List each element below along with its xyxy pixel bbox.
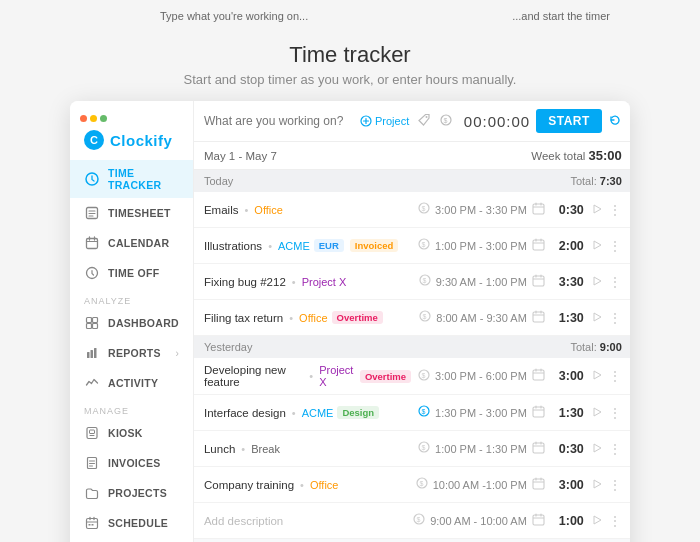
svg-rect-45 — [533, 407, 544, 417]
timer-input[interactable] — [204, 114, 354, 128]
annotation-top-right: ...and start the timer — [512, 10, 610, 22]
entry-time-range: 8:00 AM - 9:30 AM — [436, 312, 527, 324]
entry-project[interactable]: ACME — [278, 240, 310, 252]
calendar-entry-icon[interactable] — [532, 202, 545, 218]
billable-icon[interactable]: $ — [419, 310, 431, 325]
play-icon[interactable] — [591, 202, 603, 218]
svg-marker-50 — [594, 444, 601, 452]
play-icon[interactable] — [591, 441, 603, 457]
entry-desc[interactable]: Lunch — [204, 443, 235, 455]
entry-duration: 1:30 — [550, 311, 584, 325]
play-icon[interactable] — [591, 477, 603, 493]
sidebar-item-schedule[interactable]: SCHEDULE — [70, 508, 193, 538]
play-icon[interactable] — [591, 513, 603, 529]
entry-project[interactable]: Office — [310, 479, 339, 491]
sidebar-label-kiosk: KIOSK — [108, 427, 143, 439]
svg-rect-5 — [93, 318, 98, 323]
entry-time-range: 1:30 PM - 3:00 PM — [435, 407, 527, 419]
sidebar-label-timesheet: TIMESHEET — [108, 207, 171, 219]
calendar-entry-icon[interactable] — [532, 310, 545, 326]
play-icon[interactable] — [591, 405, 603, 421]
more-icon[interactable]: ⋮ — [608, 202, 622, 218]
billable-icon[interactable]: $ — [418, 238, 430, 253]
sidebar-item-dashboard[interactable]: DASHBOARD — [70, 308, 193, 338]
billable-icon[interactable]: $ — [419, 274, 431, 289]
main-content: Project $ 00:00:00 START May 1 - May 7 W… — [194, 101, 630, 542]
calendar-entry-icon[interactable] — [532, 405, 545, 421]
billable-icon[interactable]: $ — [418, 202, 430, 217]
more-icon[interactable]: ⋮ — [608, 274, 622, 290]
entry-time-range: 3:00 PM - 3:30 PM — [435, 204, 527, 216]
invoices-icon — [84, 455, 100, 471]
sidebar-item-time-tracker[interactable]: TIME TRACKER — [70, 160, 193, 198]
entry-duration: 2:00 — [550, 239, 584, 253]
entry-desc[interactable]: Emails — [204, 204, 239, 216]
entry-desc[interactable]: Illustrations — [204, 240, 262, 252]
entry-left: Lunch• Break — [204, 443, 413, 455]
day-label: Today — [204, 175, 233, 187]
play-icon[interactable] — [591, 310, 603, 326]
more-icon[interactable]: ⋮ — [608, 310, 622, 326]
entry-desc[interactable]: Developing new feature — [204, 364, 303, 388]
billable-icon[interactable]: $ — [418, 405, 430, 420]
play-icon[interactable] — [591, 274, 603, 290]
entry-project[interactable]: Office — [299, 312, 328, 324]
more-icon[interactable]: ⋮ — [608, 405, 622, 421]
sidebar-item-projects[interactable]: PROJECTS — [70, 478, 193, 508]
billable-icon[interactable]: $ — [416, 477, 428, 492]
sidebar-group-analyze: ANALYZE DASHBOARD REPORTS › ACTIVITY — [70, 288, 193, 398]
entry-desc[interactable]: Filing tax return — [204, 312, 283, 324]
sidebar-label-time-tracker: TIME TRACKER — [108, 167, 179, 191]
calendar-icon — [84, 235, 100, 251]
calendar-entry-icon[interactable] — [532, 274, 545, 290]
entry-desc[interactable]: Company training — [204, 479, 294, 491]
calendar-entry-icon[interactable] — [532, 368, 545, 384]
date-range-bar: May 1 - May 7 Week total 35:00 — [194, 142, 630, 170]
svg-rect-7 — [93, 324, 98, 329]
start-button[interactable]: START — [536, 109, 602, 133]
entry-project[interactable]: Project X — [319, 364, 356, 388]
sidebar-label-calendar: CALENDAR — [108, 237, 169, 249]
svg-rect-15 — [89, 524, 91, 526]
reports-icon — [84, 345, 100, 361]
entry-project[interactable]: Office — [254, 204, 283, 216]
calendar-entry-icon[interactable] — [532, 441, 545, 457]
more-icon[interactable]: ⋮ — [608, 368, 622, 384]
entry-project[interactable]: ACME — [302, 407, 334, 419]
calendar-entry-icon[interactable] — [532, 238, 545, 254]
sidebar-item-team[interactable]: TEAM — [70, 538, 193, 542]
timer-mode-button[interactable] — [608, 113, 622, 130]
billable-toggle[interactable]: $ — [438, 114, 454, 129]
entry-desc[interactable]: Interface design — [204, 407, 286, 419]
more-icon[interactable]: ⋮ — [608, 441, 622, 457]
entry-desc[interactable]: Add description — [204, 515, 283, 527]
sidebar-item-calendar[interactable]: CALENDAR — [70, 228, 193, 258]
entry-badge: Overtime — [332, 311, 383, 324]
entry-desc[interactable]: Fixing bug #212 — [204, 276, 286, 288]
calendar-entry-icon[interactable] — [532, 513, 545, 529]
billable-icon[interactable]: $ — [413, 513, 425, 528]
table-row: Emails• Office $ 3:00 PM - 3:30 PM 0:30 … — [194, 192, 630, 228]
sidebar-item-reports[interactable]: REPORTS › — [70, 338, 193, 368]
project-button[interactable]: Project — [360, 115, 409, 127]
more-icon[interactable]: ⋮ — [608, 238, 622, 254]
billable-icon[interactable]: $ — [418, 441, 430, 456]
sidebar-item-kiosk[interactable]: KIOSK — [70, 418, 193, 448]
sidebar-item-timesheet[interactable]: TIMESHEET — [70, 198, 193, 228]
calendar-entry-icon[interactable] — [532, 477, 545, 493]
entry-project[interactable]: Break — [251, 443, 280, 455]
play-icon[interactable] — [591, 238, 603, 254]
tag-button[interactable] — [415, 113, 432, 129]
play-icon[interactable] — [591, 368, 603, 384]
day-group: Today Total: 7:30 Emails• Office $ 3:00 … — [194, 170, 630, 336]
sidebar-item-activity[interactable]: ACTIVITY — [70, 368, 193, 398]
sidebar-item-time-off[interactable]: TIME OFF — [70, 258, 193, 288]
entry-duration: 3:30 — [550, 275, 584, 289]
entry-project[interactable]: Project X — [302, 276, 347, 288]
more-icon[interactable]: ⋮ — [608, 513, 622, 529]
table-row: Company training• Office $ 10:00 AM -1:0… — [194, 467, 630, 503]
more-icon[interactable]: ⋮ — [608, 477, 622, 493]
sidebar-item-invoices[interactable]: INVOICES — [70, 448, 193, 478]
day-group: Yesterday Total: 9:00 Developing new fea… — [194, 336, 630, 539]
billable-icon[interactable]: $ — [418, 369, 430, 384]
